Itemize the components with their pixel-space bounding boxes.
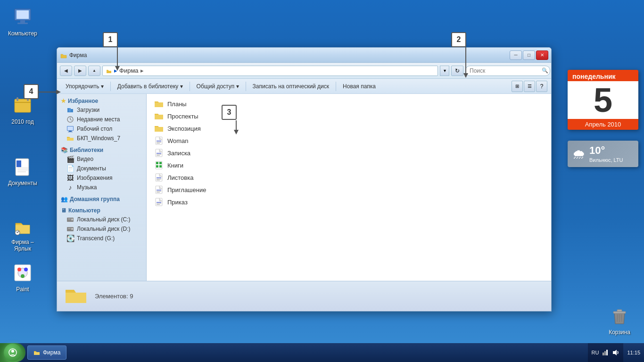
search-icon: 🔍	[542, 67, 548, 74]
calendar-widget: понедельник 5 Апрель 2010	[568, 70, 638, 130]
svg-rect-1	[17, 10, 29, 19]
desktop-icon-recycle-bin[interactable]: Корзина	[601, 303, 638, 337]
back-button[interactable]: ◀	[60, 66, 72, 76]
desktop-icon-firma-shortcut[interactable]: Фирма – Ярлык	[4, 212, 41, 254]
desktop-icon-paint[interactable]: Paint	[4, 260, 41, 295]
file-item-plans[interactable]: Планы	[150, 98, 547, 110]
maximize-button[interactable]: □	[523, 51, 535, 60]
start-button[interactable]	[0, 343, 25, 362]
svg-rect-9	[17, 160, 21, 167]
homegroup-icon: 👥	[61, 196, 68, 202]
recycle-bin-icon	[608, 304, 631, 327]
tray-lang: RU	[592, 350, 599, 355]
svg-rect-20	[613, 311, 626, 313]
transcend-icon: 💽	[66, 235, 74, 242]
annotation-1: 1	[103, 32, 118, 47]
music-icon: ♪	[66, 184, 74, 191]
computer-label: Компьютер	[8, 30, 37, 37]
file-name-leaflet: Листовка	[167, 174, 193, 181]
file-item-order[interactable]: Приказ	[150, 196, 547, 208]
file-name-invite: Приглашение	[167, 186, 206, 194]
svg-rect-67	[66, 293, 86, 303]
organize-button[interactable]: Упорядочить ▾	[61, 81, 108, 92]
sidebar-item-video[interactable]: 🎬 Видео	[57, 154, 146, 164]
documents-label: Документы	[8, 180, 37, 186]
svg-rect-43	[157, 141, 161, 142]
sidebar-item-diskc[interactable]: Локальный диск (C:)	[57, 215, 146, 224]
weather-icon: 🌧	[572, 146, 586, 162]
status-bar: Элементов: 9	[57, 281, 551, 311]
burn-button[interactable]: Записать на оптический диск	[248, 81, 334, 92]
view-toggle-button[interactable]: ⊞	[512, 81, 523, 92]
svg-rect-21	[617, 310, 622, 311]
svg-rect-29	[67, 126, 73, 130]
doc-icon-leaflet	[154, 173, 164, 182]
svg-rect-54	[159, 165, 162, 168]
sidebar-header-homegroup[interactable]: 👥 Домашняя группа	[57, 194, 146, 203]
file-item-note[interactable]: Записка	[150, 147, 547, 159]
sidebar-item-images[interactable]: 🖼 Изображения	[57, 173, 146, 183]
desktop-sidebar-label: Рабочий стол	[77, 126, 112, 132]
toolbar-separator-2	[190, 82, 190, 91]
sidebar-item-transcend[interactable]: 💽 Transcend (G:)	[57, 234, 146, 243]
svg-rect-4	[15, 99, 31, 112]
address-bar: ◀ ▶ ▲ ▸ Фирма ▸ ▾ ↻ 🔍	[57, 63, 551, 79]
search-input[interactable]	[465, 66, 550, 76]
network-icon	[602, 349, 609, 356]
svg-rect-81	[606, 350, 608, 355]
address-dropdown-button[interactable]: ▾	[440, 66, 449, 76]
svg-rect-61	[157, 191, 161, 192]
svg-rect-41	[155, 127, 163, 132]
taskbar-item-firma[interactable]: Фирма	[27, 345, 66, 360]
diskc-icon	[66, 216, 74, 223]
file-item-prospects[interactable]: Проспекты	[150, 110, 547, 122]
sidebar-header-computer[interactable]: 🖥 Компьютер	[57, 205, 146, 215]
help-button[interactable]: ?	[536, 81, 547, 92]
sidebar-item-desktop[interactable]: Рабочий стол	[57, 124, 146, 134]
refresh-button[interactable]: ↻	[451, 66, 463, 76]
documents-icon	[11, 155, 34, 178]
svg-rect-7	[15, 102, 31, 103]
file-item-woman[interactable]: Woman	[150, 135, 547, 147]
add-library-button[interactable]: Добавить в библиотеку ▾	[113, 81, 188, 92]
window-title: Фирма	[69, 52, 87, 59]
sidebar-item-music[interactable]: ♪ Музыка	[57, 183, 146, 192]
sidebar-item-bkp[interactable]: БКП_Windows_7	[57, 134, 146, 143]
sidebar-item-recent[interactable]: Недавние места	[57, 115, 146, 124]
file-item-leaflet[interactable]: Листовка	[150, 171, 547, 184]
minimize-button[interactable]: ─	[510, 51, 522, 60]
sidebar-header-favorites[interactable]: ★ Избранное	[57, 96, 146, 105]
share-button[interactable]: Общий доступ ▾	[192, 81, 244, 92]
sidebar-section-computer: 🖥 Компьютер Локальный диск (C:)	[57, 205, 146, 243]
up-button[interactable]: ▲	[88, 66, 100, 76]
file-item-books[interactable]: Книги	[150, 159, 547, 171]
desktop-icon-documents[interactable]: Документы	[4, 153, 41, 188]
svg-rect-56	[157, 177, 161, 178]
folder-icon-expo	[154, 124, 164, 133]
sidebar-item-documents[interactable]: 📄 Документы	[57, 164, 146, 173]
toolbar-separator-3	[246, 82, 246, 91]
address-path[interactable]: ▸ Фирма ▸	[102, 66, 438, 76]
close-button[interactable]: ✕	[536, 51, 548, 60]
sidebar-item-downloads[interactable]: Загрузки	[57, 105, 146, 115]
svg-rect-58	[157, 180, 160, 180]
year2010-label: 2010 год	[11, 118, 34, 125]
xls-icon-books	[154, 160, 164, 170]
toolbar-right: ⊞ ☰ ?	[512, 81, 547, 92]
svg-rect-35	[68, 219, 71, 219]
bkp-label: БКП_Windows_7	[77, 135, 120, 142]
bkp-icon	[66, 135, 74, 142]
folder-icon-plans	[154, 99, 164, 109]
forward-button[interactable]: ▶	[74, 66, 86, 76]
calendar-day-number: 5	[568, 81, 638, 119]
new-folder-button[interactable]: Новая папка	[338, 81, 380, 92]
desktop-icon-computer[interactable]: Компьютер	[4, 4, 41, 39]
weather-temperature: 10°	[589, 144, 623, 157]
sidebar-item-diskd[interactable]: Локальный диск (D:)	[57, 224, 146, 234]
view-details-button[interactable]: ☰	[524, 81, 535, 92]
file-item-invite[interactable]: Приглашение	[150, 184, 547, 196]
file-name-note: Записка	[167, 150, 190, 157]
file-item-expo[interactable]: Экспозиция	[150, 122, 547, 135]
favorites-label: Избранное	[68, 98, 98, 104]
sidebar-header-libraries[interactable]: 📚 Библиотеки	[57, 145, 146, 154]
